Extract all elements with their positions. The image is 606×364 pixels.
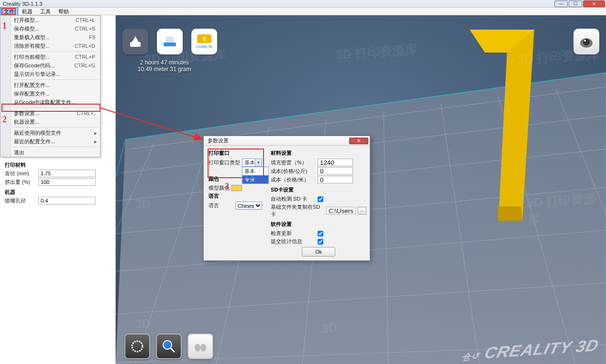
menu-item-reload-model[interactable]: 重新载入模型...F5 [0,33,100,42]
submit-stats-checkbox[interactable] [318,239,323,245]
menu-item-show-slice-log[interactable]: 显示切片引擎记录... [0,70,100,78]
menu-item-print-current[interactable]: 打印当前模型...CTRL+P [0,53,100,61]
svg-line-33 [171,348,175,352]
toolbar-save-sd-button[interactable] [122,29,148,54]
material-panel: 打印材料 直径 (mm) 挤出量 (%) 机器 喷嘴孔径 [5,159,110,205]
menu-item-clear-models[interactable]: 清除所有模型...CTRL+D [0,42,100,50]
svg-marker-19 [470,30,534,221]
option-pro[interactable]: 专业 [242,175,268,183]
print-window-type-label: 打印窗口类型 [209,159,240,166]
section-material: 材料设置 [271,150,366,157]
svg-marker-20 [497,206,522,221]
menu-file[interactable]: 文件 [0,7,18,16]
sidebar: 打开模型...CTRL+L 保存模型...CTRL+S 重新载入模型...F5 … [0,15,116,364]
flow-row: 挤出量 (%) [5,178,110,186]
machine-header: 机器 [5,189,110,196]
menu-item-save-gcode[interactable]: 保存Gcode代码...CTRL+G [0,61,100,70]
window-minimize-button[interactable]: — [554,0,568,7]
section-print-window: 打印窗口 [209,150,262,157]
nozzle-input[interactable] [38,197,96,204]
svg-point-29 [583,39,590,45]
menu-help[interactable]: 帮助 [55,8,73,15]
window-titlebar: Creality 3D-1.1.3 — ☐ ✕ [0,0,606,8]
print-window-type-select[interactable]: 基本 ▼ 基本 专业 [242,159,262,167]
camera-button[interactable] [573,29,599,54]
cost-kg-label: 成本(价格/公斤) [271,168,316,175]
svg-text:Creality 3D: Creality 3D [196,45,213,49]
model-preview [470,30,556,221]
section-language: 语言 [209,193,262,200]
window-maximize-button[interactable]: ☐ [569,0,582,7]
print-info: 2 hours 47 minutes 10.49 meter 31 gram [138,59,191,73]
preferences-dialog: 参数设置 ✕ 打印窗口 打印窗口类型 基本 ▼ 基本 专业 颜色 模型颜色 [203,136,370,261]
language-label: 语言 [209,202,233,209]
menu-tools[interactable]: 工具 [36,8,55,15]
menu-item-recent-profiles[interactable]: 最近的配置文件... [0,137,100,146]
check-update-checkbox[interactable] [318,231,323,236]
menu-machine[interactable]: 机器 [18,8,36,15]
density-input[interactable] [318,159,353,166]
menu-item-open-profile[interactable]: 打开配置文件... [0,81,100,89]
diameter-input[interactable] [38,170,96,177]
nozzle-label: 喷嘴孔径 [5,197,38,204]
diameter-label: 直径 (mm) [5,170,38,177]
cost-kg-input[interactable] [318,167,353,175]
section-sd: SD卡设置 [271,186,366,193]
submit-stats-label: 提交统计信息 [271,238,316,245]
menu-item-read-profile-gcode[interactable]: 从Gcode中读取配置文件... [0,98,100,107]
sd-path-input[interactable] [326,207,356,214]
svg-point-35 [200,344,206,352]
check-update-label: 检查更新 [271,230,316,237]
flow-input[interactable] [38,178,96,186]
sd-path-browse-button[interactable]: ... [358,207,366,214]
dialog-title: 参数设置 [208,137,229,144]
cost-m-label: 成本（价格/米） [271,176,316,183]
svg-point-30 [584,40,586,42]
ok-button[interactable]: Ok [302,247,335,257]
menu-item-exit[interactable]: 退出 [0,148,100,157]
model-color-swatch[interactable] [231,185,242,191]
toolbar-printer-button[interactable] [157,29,183,54]
diameter-row: 直径 (mm) [5,170,110,177]
view-zoom-button[interactable] [156,333,182,359]
density-label: 填充密度（%） [271,159,316,166]
svg-point-31 [132,341,143,352]
svg-text:仓: 仓 [202,36,207,41]
section-software: 软件设置 [271,221,366,228]
view-rotate-button[interactable] [124,333,150,359]
svg-point-32 [163,341,172,349]
material-header: 打印材料 [5,161,110,169]
svg-rect-22 [130,42,141,47]
svg-rect-24 [166,37,174,43]
language-select[interactable]: Chinese [235,202,262,210]
toolbar-creality-button[interactable]: Creality 3D仓 [191,29,217,54]
menu-item-preferences[interactable]: 参数设置...CTRL+, [0,109,100,118]
cost-m-input[interactable] [318,176,353,183]
svg-point-34 [195,344,200,352]
menu-item-recent-models[interactable]: 最近使用的模型文件 [0,128,100,137]
menubar: 文件 机器 工具 帮助 [0,8,606,15]
auto-detect-sd-checkbox[interactable] [318,196,323,202]
option-basic[interactable]: 基本 [242,167,268,175]
dialog-close-button[interactable]: ✕ [349,138,368,144]
window-title: Creality 3D-1.1.3 [3,1,43,7]
view-mirror-button[interactable] [187,333,213,359]
sd-path-label: 基础文件夹复制在SD卡 [271,203,324,218]
menu-item-open-model[interactable]: 打开模型...CTRL+L [0,16,100,24]
flow-label: 挤出量 (%) [5,179,38,186]
print-window-type-options: 基本 专业 [242,167,269,184]
model-color-label: 模型颜色 [209,184,230,192]
menu-item-machine-settings[interactable]: 机器设置... [0,118,100,126]
menu-item-save-model[interactable]: 保存模型...CTRL+S [0,24,100,33]
nozzle-row: 喷嘴孔径 [5,197,110,204]
menu-item-save-profile[interactable]: 保存配置文件... [0,89,100,98]
file-menu-dropdown: 打开模型...CTRL+L 保存模型...CTRL+S 重新载入模型...F5 … [0,15,100,157]
chevron-down-icon: ▼ [255,159,262,166]
svg-rect-23 [164,43,176,46]
auto-detect-sd-label: 自动检测 SD 卡 [271,195,316,203]
window-close-button[interactable]: ✕ [583,0,605,7]
